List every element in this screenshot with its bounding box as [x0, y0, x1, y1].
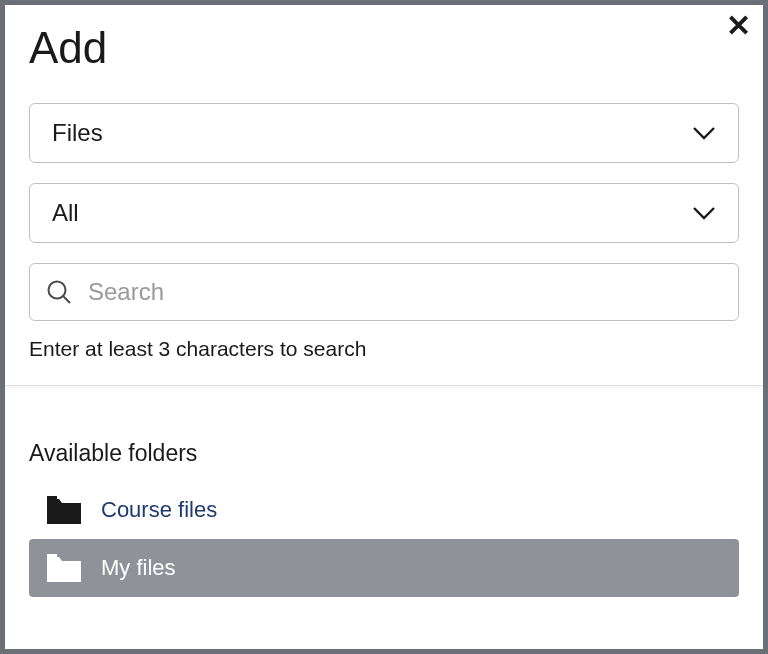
folder-item-course-files[interactable]: Course files [29, 481, 739, 539]
scope-dropdown[interactable]: All [29, 183, 739, 243]
available-folders-label: Available folders [29, 440, 739, 467]
svg-rect-3 [47, 554, 57, 558]
folder-icon [47, 496, 81, 524]
search-box[interactable] [29, 263, 739, 321]
search-icon [46, 279, 72, 305]
add-dialog: ✕ Add Files All Enter at least 3 charact… [0, 0, 768, 654]
folder-item-my-files[interactable]: My files [29, 539, 739, 597]
svg-rect-2 [47, 496, 57, 500]
scope-dropdown-value: All [52, 199, 79, 227]
svg-point-0 [49, 282, 66, 299]
search-help-text: Enter at least 3 characters to search [29, 337, 739, 361]
folder-label: Course files [101, 497, 217, 523]
type-dropdown[interactable]: Files [29, 103, 739, 163]
chevron-down-icon [692, 126, 716, 140]
dialog-body: Available folders Course files My files [5, 386, 763, 649]
search-input[interactable] [88, 278, 722, 306]
dialog-header: Add Files All Enter at least 3 character… [5, 5, 763, 386]
chevron-down-icon [692, 206, 716, 220]
svg-line-1 [64, 297, 71, 304]
type-dropdown-value: Files [52, 119, 103, 147]
close-icon: ✕ [726, 9, 751, 42]
dialog-title: Add [29, 23, 739, 73]
folder-icon [47, 554, 81, 582]
folder-label: My files [101, 555, 176, 581]
close-button[interactable]: ✕ [726, 11, 751, 41]
